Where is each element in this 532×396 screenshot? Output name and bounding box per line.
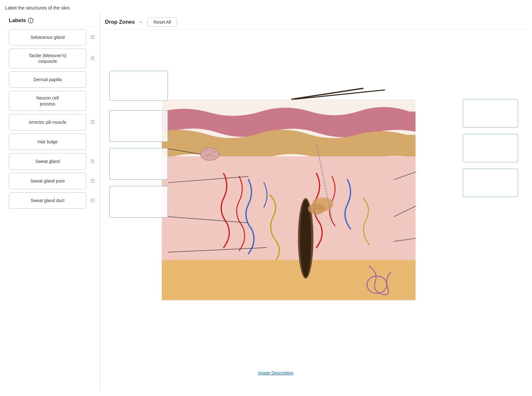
list-item: Sweat gland ☷	[9, 153, 96, 170]
label-neuron-cell[interactable]: Neuron cellprocess	[9, 91, 86, 111]
list-item: Dermal papilla ☷	[9, 71, 96, 88]
drop-zone-right-3[interactable]	[463, 169, 518, 197]
image-description-link[interactable]: Image Description	[258, 370, 294, 375]
note-icon-sebaceous[interactable]: ☷	[89, 34, 96, 41]
drop-zones-header: Drop Zones ← Reset All	[100, 14, 527, 30]
note-icon-sweat-pore[interactable]: ☷	[89, 177, 96, 184]
info-icon[interactable]: i	[28, 18, 34, 23]
labels-list: Sebaceous gland ☷ Tactile (Meissner's)co…	[5, 27, 100, 391]
drop-zone-left-2[interactable]	[109, 110, 168, 142]
instruction-text: Label the structures of the skin.	[5, 5, 527, 10]
drop-zone-left-1[interactable]	[109, 71, 168, 101]
drop-zone-right-1[interactable]	[463, 99, 518, 128]
label-hair-bulge[interactable]: Hair bulge	[9, 134, 86, 150]
labels-header: Labels i	[5, 14, 100, 27]
back-arrow-icon[interactable]: ←	[138, 19, 144, 25]
labels-title: Labels	[9, 17, 26, 24]
label-sweat-gland[interactable]: Sweat gland	[9, 153, 86, 170]
drop-zone-left-4[interactable]	[109, 186, 168, 218]
note-icon-sweat-duct[interactable]: ☷	[89, 197, 96, 204]
drop-zones-title: Drop Zones	[105, 19, 135, 25]
svg-line-1	[292, 88, 363, 99]
note-icon-tactile[interactable]: ☷	[89, 55, 96, 62]
drop-zone-right-2[interactable]	[463, 134, 518, 162]
left-panel: Labels i Sebaceous gland ☷ Tactile (Meis…	[5, 14, 100, 391]
list-item: Sebaceous gland ☷	[9, 29, 96, 45]
list-item: Sweat gland duct ☷	[9, 192, 96, 209]
drop-zone-left-3[interactable]	[109, 148, 168, 180]
list-item: Neuron cellprocess ☷	[9, 91, 96, 111]
note-icon-sweat-gland[interactable]: ☷	[89, 158, 96, 165]
label-tactile-corpuscle[interactable]: Tactile (Meissner's)corpuscle	[9, 49, 86, 68]
label-arrector-pili[interactable]: Arrector pili muscle	[9, 114, 86, 130]
list-item: Arrector pili muscle ☷	[9, 114, 96, 130]
label-sweat-gland-pore[interactable]: Sweat gland pore	[9, 173, 86, 189]
list-item: Sweat gland pore ☷	[9, 173, 96, 189]
label-dermal-papilla[interactable]: Dermal papilla	[9, 71, 86, 88]
note-icon-arrector[interactable]: ☷	[89, 119, 96, 126]
label-sebaceous-gland[interactable]: Sebaceous gland	[9, 29, 86, 45]
list-item: Tactile (Meissner's)corpuscle ☷	[9, 49, 96, 68]
main-layout: Labels i Sebaceous gland ☷ Tactile (Meis…	[5, 14, 527, 391]
label-sweat-gland-duct[interactable]: Sweat gland duct	[9, 192, 86, 209]
reset-all-button[interactable]: Reset All	[147, 17, 177, 27]
right-panel: Drop Zones ← Reset All	[100, 14, 527, 391]
svg-point-6	[308, 203, 325, 214]
page-container: Label the structures of the skin. Labels…	[0, 0, 532, 396]
list-item: Hair bulge ☷	[9, 134, 96, 150]
drop-zone-area: Image Description	[100, 30, 527, 391]
